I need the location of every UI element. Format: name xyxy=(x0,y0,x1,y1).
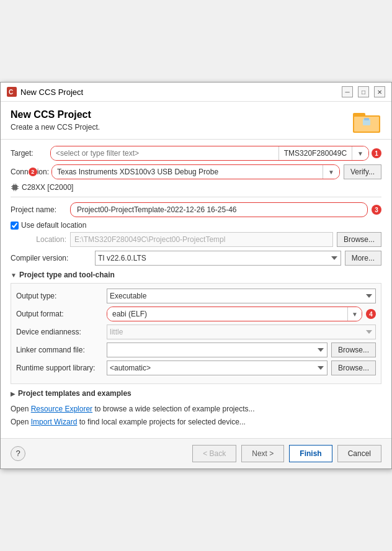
badge-1: 1 xyxy=(372,148,381,158)
connection-dropdown-button[interactable]: ▼ xyxy=(323,165,339,179)
chip-icon xyxy=(11,183,19,192)
runtime-lib-label: Runtime support library: xyxy=(16,364,103,372)
compiler-more-button[interactable]: More... xyxy=(345,251,381,266)
project-name-row: Project name: 3 xyxy=(11,202,381,217)
header-title: New CCS Project xyxy=(11,109,100,120)
info-text-1: Open xyxy=(11,405,31,413)
compiler-label: Compiler version: xyxy=(11,254,91,262)
title-bar: C New CCS Project ─ □ ✕ xyxy=(1,83,391,102)
info-line-1: Open Resource Explorer to browse a wide … xyxy=(11,403,381,415)
badge-3: 3 xyxy=(372,205,381,215)
footer: ? < Back Next > Finish Cancel xyxy=(1,438,391,468)
device-endianness-row: Device endianness: little xyxy=(16,325,376,339)
svg-rect-13 xyxy=(16,184,16,185)
svg-rect-6 xyxy=(364,118,369,120)
output-format-row: Output format: eabi (ELF) ▼ 4 xyxy=(16,307,376,321)
title-bar-text: New CCS Project xyxy=(20,87,83,97)
project-type-header[interactable]: ▼ Project type and tool-chain xyxy=(11,271,381,279)
runtime-browse-button[interactable]: Browse... xyxy=(331,361,376,375)
info-text-1-rest: to browse a wide selection of example pr… xyxy=(92,405,254,413)
close-button[interactable]: ✕ xyxy=(374,86,385,97)
title-bar-controls: ─ □ ✕ xyxy=(342,86,385,97)
connection-label: Conn 2 ion: xyxy=(11,168,48,176)
runtime-lib-select[interactable]: <automatic> xyxy=(107,361,327,375)
connection-row: Conn 2 ion: Texas Instruments XDS100v3 U… xyxy=(11,164,381,179)
project-name-label: Project name: xyxy=(11,205,66,214)
header-section: New CCS Project Create a new CCS Project… xyxy=(1,102,391,140)
templates-label: Project templates and examples xyxy=(18,389,131,398)
target-inputs: TMS320F280049C ▼ xyxy=(50,146,369,161)
svg-rect-11 xyxy=(17,188,19,189)
header-text: New CCS Project Create a new CCS Project… xyxy=(11,109,100,132)
output-format-label: Output format: xyxy=(16,310,103,318)
device-name: C28XX [C2000] xyxy=(22,183,73,192)
collapse-triangle-icon: ▼ xyxy=(11,272,17,279)
project-type-label: Project type and tool-chain xyxy=(19,271,115,279)
output-format-dropdown-button[interactable]: ▼ xyxy=(347,307,362,321)
svg-text:C: C xyxy=(9,89,13,96)
back-button[interactable]: < Back xyxy=(192,445,236,462)
target-filter-input[interactable] xyxy=(51,146,278,160)
target-value-display: TMS320F280049C xyxy=(278,146,352,160)
output-format-select[interactable]: eabi (ELF) xyxy=(107,307,347,321)
location-input[interactable] xyxy=(70,232,333,247)
svg-rect-7 xyxy=(12,185,17,190)
output-format-wrap: eabi (ELF) ▼ xyxy=(107,307,362,321)
compiler-version-select[interactable]: TI v22.6.0.LTS xyxy=(95,251,341,266)
target-dropdown-button[interactable]: ▼ xyxy=(352,146,368,160)
svg-rect-10 xyxy=(17,186,19,187)
device-endianness-label: Device endianness: xyxy=(16,328,103,336)
maximize-button[interactable]: □ xyxy=(358,86,369,97)
minimize-button[interactable]: ─ xyxy=(342,86,353,97)
location-label: Location: xyxy=(11,235,66,244)
divider-1 xyxy=(11,197,381,197)
device-label: C28XX [C2000] xyxy=(11,183,381,192)
info-line-2: Open Import Wizard to find local example… xyxy=(11,416,381,428)
svg-rect-9 xyxy=(11,188,12,189)
cancel-button[interactable]: Cancel xyxy=(337,445,381,462)
ccs-icon: C xyxy=(7,87,17,97)
svg-rect-14 xyxy=(14,190,14,191)
verify-button[interactable]: Verify... xyxy=(344,164,381,179)
use-default-location-checkbox[interactable] xyxy=(11,222,19,230)
conn-label-part1: Conn xyxy=(11,168,29,176)
target-label: Target: xyxy=(11,149,48,158)
compiler-row: Compiler version: TI v22.6.0.LTS More... xyxy=(11,251,381,266)
linker-browse-button[interactable]: Browse... xyxy=(331,343,376,357)
templates-triangle-icon: ▶ xyxy=(11,390,16,397)
header-subtitle: Create a new CCS Project. xyxy=(11,123,100,132)
info-section: Open Resource Explorer to browse a wide … xyxy=(11,403,381,428)
badge-2: 2 xyxy=(29,168,37,176)
main-window: C New CCS Project ─ □ ✕ New CCS Project … xyxy=(0,82,392,469)
output-type-label: Output type: xyxy=(16,292,103,300)
svg-rect-12 xyxy=(14,184,14,185)
linker-cmd-select[interactable] xyxy=(107,343,327,357)
svg-rect-15 xyxy=(16,190,16,191)
project-type-section: Output type: Executable Output format: e… xyxy=(11,283,381,384)
output-type-row: Output type: Executable xyxy=(16,289,376,303)
use-default-location-label[interactable]: Use default location xyxy=(21,221,86,230)
connection-select-wrap: Texas Instruments XDS100v3 USB Debug Pro… xyxy=(51,164,340,179)
svg-rect-8 xyxy=(11,186,12,187)
info-text-2-rest: to find local example projects for selec… xyxy=(77,418,245,426)
import-wizard-link[interactable]: Import Wizard xyxy=(31,418,78,426)
location-row: Location: Browse... xyxy=(11,232,381,247)
connection-select[interactable]: Texas Instruments XDS100v3 USB Debug Pro… xyxy=(52,165,323,179)
next-button[interactable]: Next > xyxy=(241,445,284,462)
conn-label-part2: ion: xyxy=(37,168,49,176)
location-browse-button[interactable]: Browse... xyxy=(337,232,381,247)
content-area: Target: TMS320F280049C ▼ 1 Conn 2 ion: T… xyxy=(1,140,391,438)
device-endianness-select[interactable]: little xyxy=(107,325,376,339)
use-default-location-row: Use default location xyxy=(11,221,381,230)
project-name-input[interactable] xyxy=(70,202,368,217)
templates-section-header[interactable]: ▶ Project templates and examples xyxy=(11,389,381,398)
help-button[interactable]: ? xyxy=(11,446,25,461)
footer-right: < Back Next > Finish Cancel xyxy=(192,445,381,462)
resource-explorer-link[interactable]: Resource Explorer xyxy=(31,405,92,413)
finish-button[interactable]: Finish xyxy=(289,445,332,462)
runtime-lib-row: Runtime support library: <automatic> Bro… xyxy=(16,361,376,375)
output-type-select[interactable]: Executable xyxy=(107,289,376,303)
linker-cmd-label: Linker command file: xyxy=(16,346,103,354)
title-bar-left: C New CCS Project xyxy=(7,87,83,97)
info-text-2: Open xyxy=(11,418,31,426)
